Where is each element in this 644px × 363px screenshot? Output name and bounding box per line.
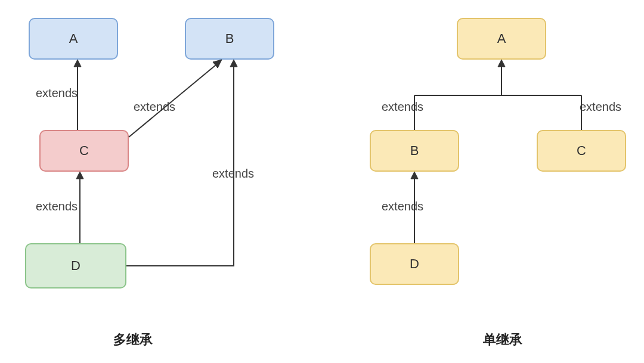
- right-edge-label-ba: extends: [382, 100, 423, 114]
- node-label: B: [410, 143, 419, 159]
- left-node-a: A: [29, 18, 118, 60]
- node-label: D: [71, 258, 80, 274]
- node-label: A: [497, 31, 506, 46]
- left-node-c: C: [39, 130, 129, 172]
- right-node-d: D: [370, 243, 459, 285]
- node-label: C: [79, 143, 89, 159]
- node-label: B: [225, 31, 234, 46]
- arrowhead-icon: [411, 172, 418, 179]
- right-node-c: C: [537, 130, 626, 172]
- node-label: D: [410, 256, 419, 272]
- arrowhead-icon: [230, 60, 237, 67]
- left-node-d: D: [25, 243, 126, 288]
- right-title: 单继承: [483, 331, 522, 349]
- arrowhead-icon: [76, 172, 83, 179]
- right-edge-label-ca: extends: [580, 100, 621, 114]
- arrowhead-icon: [74, 60, 81, 67]
- arrowhead-icon: [498, 60, 505, 67]
- left-node-b: B: [185, 18, 274, 60]
- left-edge-label-db: extends: [212, 167, 254, 181]
- left-edge-label-cb: extends: [134, 100, 175, 114]
- left-title: 多继承: [113, 331, 153, 349]
- diagram-canvas: A B C D extends extends extends extends …: [0, 0, 644, 363]
- right-node-b: B: [370, 130, 459, 172]
- right-node-a: A: [457, 18, 546, 60]
- node-label: C: [577, 143, 586, 159]
- node-label: A: [69, 31, 78, 46]
- arrowhead-icon: [213, 60, 222, 68]
- left-edge-db: [126, 67, 234, 266]
- left-edge-label-ca: extends: [36, 86, 78, 100]
- right-edge-label-db: extends: [382, 200, 423, 213]
- left-edge-label-dc: extends: [36, 200, 78, 213]
